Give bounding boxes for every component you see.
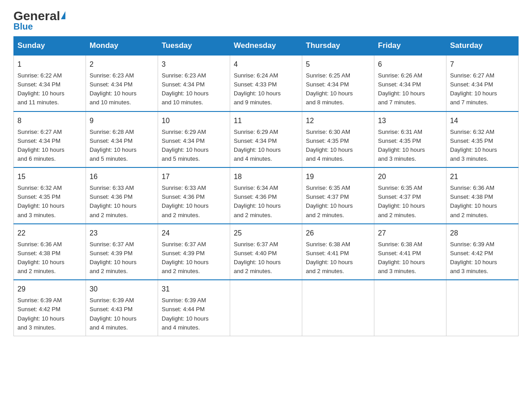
day-info: Sunrise: 6:36 AMSunset: 4:38 PMDaylight:… (450, 184, 515, 220)
week-row-2: 8Sunrise: 6:27 AMSunset: 4:34 PMDaylight… (14, 111, 519, 168)
day-info: Sunrise: 6:29 AMSunset: 4:34 PMDaylight:… (162, 128, 226, 164)
day-number: 13 (378, 116, 442, 126)
day-info: Sunrise: 6:33 AMSunset: 4:36 PMDaylight:… (90, 184, 154, 220)
calendar-cell: 11Sunrise: 6:29 AMSunset: 4:34 PMDayligh… (230, 111, 302, 168)
calendar-cell: 19Sunrise: 6:35 AMSunset: 4:37 PMDayligh… (302, 167, 374, 224)
day-info: Sunrise: 6:34 AMSunset: 4:36 PMDaylight:… (234, 184, 298, 220)
day-info: Sunrise: 6:35 AMSunset: 4:37 PMDaylight:… (306, 184, 370, 220)
calendar-cell (230, 280, 302, 336)
calendar-cell: 29Sunrise: 6:39 AMSunset: 4:42 PMDayligh… (14, 280, 86, 336)
calendar-cell: 5Sunrise: 6:25 AMSunset: 4:34 PMDaylight… (302, 55, 374, 111)
calendar-cell: 1Sunrise: 6:22 AMSunset: 4:34 PMDaylight… (14, 55, 86, 111)
week-row-3: 15Sunrise: 6:32 AMSunset: 4:35 PMDayligh… (14, 167, 519, 224)
weekday-header-tuesday: Tuesday (158, 37, 230, 56)
calendar-cell: 16Sunrise: 6:33 AMSunset: 4:36 PMDayligh… (86, 167, 158, 224)
day-info: Sunrise: 6:32 AMSunset: 4:35 PMDaylight:… (450, 128, 515, 164)
day-number: 25 (234, 228, 298, 239)
day-number: 3 (162, 59, 226, 70)
day-number: 1 (17, 59, 82, 70)
day-number: 30 (90, 284, 154, 295)
calendar-cell (374, 280, 446, 336)
day-info: Sunrise: 6:27 AMSunset: 4:34 PMDaylight:… (450, 71, 515, 107)
day-number: 10 (162, 116, 226, 126)
calendar-cell: 3Sunrise: 6:23 AMSunset: 4:34 PMDaylight… (158, 55, 230, 111)
day-info: Sunrise: 6:22 AMSunset: 4:34 PMDaylight:… (17, 71, 82, 107)
day-info: Sunrise: 6:36 AMSunset: 4:38 PMDaylight:… (17, 240, 82, 276)
weekday-header-sunday: Sunday (14, 37, 86, 56)
day-number: 22 (17, 228, 82, 239)
calendar-cell: 31Sunrise: 6:39 AMSunset: 4:44 PMDayligh… (158, 280, 230, 336)
week-row-1: 1Sunrise: 6:22 AMSunset: 4:34 PMDaylight… (14, 55, 519, 111)
day-number: 17 (162, 171, 226, 182)
day-info: Sunrise: 6:26 AMSunset: 4:34 PMDaylight:… (378, 71, 442, 107)
day-info: Sunrise: 6:37 AMSunset: 4:39 PMDaylight:… (162, 240, 226, 276)
calendar-cell: 2Sunrise: 6:23 AMSunset: 4:34 PMDaylight… (86, 55, 158, 111)
day-number: 31 (162, 284, 226, 295)
day-number: 15 (17, 171, 82, 182)
day-number: 4 (234, 59, 298, 70)
day-info: Sunrise: 6:31 AMSunset: 4:35 PMDaylight:… (378, 128, 442, 164)
calendar-cell: 22Sunrise: 6:36 AMSunset: 4:38 PMDayligh… (14, 224, 86, 280)
day-number: 5 (306, 59, 370, 70)
day-number: 20 (378, 171, 442, 182)
day-info: Sunrise: 6:27 AMSunset: 4:34 PMDaylight:… (17, 128, 82, 164)
calendar-table: SundayMondayTuesdayWednesdayThursdayFrid… (13, 36, 519, 336)
day-info: Sunrise: 6:33 AMSunset: 4:36 PMDaylight:… (162, 184, 226, 220)
calendar-cell: 12Sunrise: 6:30 AMSunset: 4:35 PMDayligh… (302, 111, 374, 168)
weekday-header-friday: Friday (374, 37, 446, 56)
day-number: 21 (450, 171, 515, 182)
week-row-5: 29Sunrise: 6:39 AMSunset: 4:42 PMDayligh… (14, 280, 519, 336)
calendar-cell: 18Sunrise: 6:34 AMSunset: 4:36 PMDayligh… (230, 167, 302, 224)
calendar-cell: 6Sunrise: 6:26 AMSunset: 4:34 PMDaylight… (374, 55, 446, 111)
day-number: 23 (90, 228, 154, 239)
day-info: Sunrise: 6:39 AMSunset: 4:43 PMDaylight:… (90, 296, 154, 332)
day-info: Sunrise: 6:38 AMSunset: 4:41 PMDaylight:… (378, 240, 442, 276)
day-info: Sunrise: 6:29 AMSunset: 4:34 PMDaylight:… (234, 128, 298, 164)
weekday-header-thursday: Thursday (302, 37, 374, 56)
calendar-cell: 17Sunrise: 6:33 AMSunset: 4:36 PMDayligh… (158, 167, 230, 224)
day-number: 18 (234, 171, 298, 182)
day-number: 8 (17, 116, 82, 126)
day-info: Sunrise: 6:24 AMSunset: 4:33 PMDaylight:… (234, 71, 298, 107)
calendar-cell (446, 280, 519, 336)
calendar-cell: 27Sunrise: 6:38 AMSunset: 4:41 PMDayligh… (374, 224, 446, 280)
weekday-header-wednesday: Wednesday (230, 37, 302, 56)
calendar-cell: 8Sunrise: 6:27 AMSunset: 4:34 PMDaylight… (14, 111, 86, 168)
weekday-header-saturday: Saturday (446, 37, 519, 56)
day-info: Sunrise: 6:28 AMSunset: 4:34 PMDaylight:… (90, 128, 154, 164)
calendar-cell: 4Sunrise: 6:24 AMSunset: 4:33 PMDaylight… (230, 55, 302, 111)
logo-triangle-icon (61, 11, 65, 19)
day-info: Sunrise: 6:37 AMSunset: 4:39 PMDaylight:… (90, 240, 154, 276)
calendar-cell: 7Sunrise: 6:27 AMSunset: 4:34 PMDaylight… (446, 55, 519, 111)
day-number: 14 (450, 116, 515, 126)
calendar-cell: 28Sunrise: 6:39 AMSunset: 4:42 PMDayligh… (446, 224, 519, 280)
day-number: 2 (90, 59, 154, 70)
calendar-cell: 21Sunrise: 6:36 AMSunset: 4:38 PMDayligh… (446, 167, 519, 224)
day-info: Sunrise: 6:30 AMSunset: 4:35 PMDaylight:… (306, 128, 370, 164)
day-number: 7 (450, 59, 515, 70)
calendar-cell: 25Sunrise: 6:37 AMSunset: 4:40 PMDayligh… (230, 224, 302, 280)
day-number: 11 (234, 116, 298, 126)
calendar-cell: 13Sunrise: 6:31 AMSunset: 4:35 PMDayligh… (374, 111, 446, 168)
day-number: 9 (90, 116, 154, 126)
calendar-cell: 15Sunrise: 6:32 AMSunset: 4:35 PMDayligh… (14, 167, 86, 224)
calendar-cell: 30Sunrise: 6:39 AMSunset: 4:43 PMDayligh… (86, 280, 158, 336)
day-number: 19 (306, 171, 370, 182)
day-number: 27 (378, 228, 442, 239)
calendar-cell: 9Sunrise: 6:28 AMSunset: 4:34 PMDaylight… (86, 111, 158, 168)
weekday-header-row: SundayMondayTuesdayWednesdayThursdayFrid… (14, 37, 519, 56)
day-info: Sunrise: 6:35 AMSunset: 4:37 PMDaylight:… (378, 184, 442, 220)
day-info: Sunrise: 6:39 AMSunset: 4:42 PMDaylight:… (450, 240, 515, 276)
calendar-cell: 26Sunrise: 6:38 AMSunset: 4:41 PMDayligh… (302, 224, 374, 280)
calendar-cell: 23Sunrise: 6:37 AMSunset: 4:39 PMDayligh… (86, 224, 158, 280)
page-header: General Blue (13, 9, 519, 32)
day-info: Sunrise: 6:39 AMSunset: 4:44 PMDaylight:… (162, 296, 226, 332)
weekday-header-monday: Monday (86, 37, 158, 56)
logo-blue-text: Blue (13, 21, 33, 32)
day-info: Sunrise: 6:25 AMSunset: 4:34 PMDaylight:… (306, 71, 370, 107)
day-info: Sunrise: 6:39 AMSunset: 4:42 PMDaylight:… (17, 296, 82, 332)
day-info: Sunrise: 6:23 AMSunset: 4:34 PMDaylight:… (162, 71, 226, 107)
day-number: 12 (306, 116, 370, 126)
calendar-cell: 24Sunrise: 6:37 AMSunset: 4:39 PMDayligh… (158, 224, 230, 280)
day-info: Sunrise: 6:32 AMSunset: 4:35 PMDaylight:… (17, 184, 82, 220)
